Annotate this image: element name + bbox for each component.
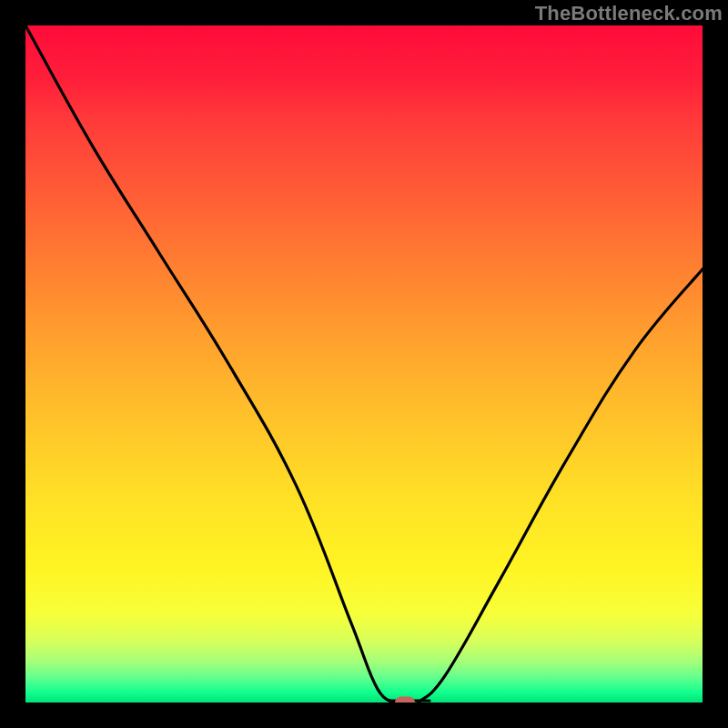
chart-frame: TheBottleneck.com	[0, 0, 728, 728]
watermark-text: TheBottleneck.com	[535, 2, 723, 25]
plot-area	[25, 25, 703, 703]
curve-left-branch	[25, 25, 398, 703]
minimum-marker	[395, 697, 415, 703]
bottleneck-curve	[25, 25, 703, 703]
curve-right-branch	[419, 269, 703, 703]
